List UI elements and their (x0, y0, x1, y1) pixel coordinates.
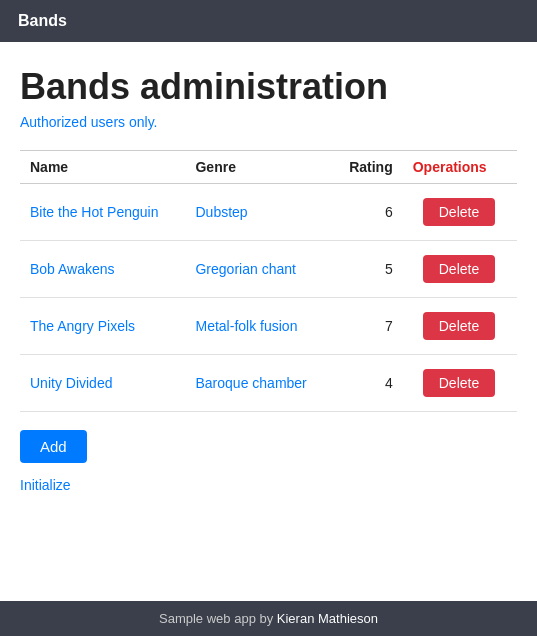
page-subtitle: Authorized users only. (20, 114, 517, 130)
delete-button[interactable]: Delete (423, 312, 495, 340)
band-genre: Dubstep (185, 184, 331, 241)
initialize-link[interactable]: Initialize (20, 477, 71, 493)
site-header: Bands (0, 0, 537, 42)
band-operations: Delete (403, 241, 517, 298)
band-rating: 4 (332, 355, 403, 412)
footer-text: Sample web app by Kieran Mathieson (159, 611, 378, 626)
site-footer: Sample web app by Kieran Mathieson (0, 601, 537, 636)
band-rating: 7 (332, 298, 403, 355)
table-header-row: Name Genre Rating Operations (20, 151, 517, 184)
delete-button[interactable]: Delete (423, 369, 495, 397)
delete-button[interactable]: Delete (423, 198, 495, 226)
col-genre: Genre (185, 151, 331, 184)
band-genre: Baroque chamber (185, 355, 331, 412)
table-row: The Angry PixelsMetal-folk fusion7Delete (20, 298, 517, 355)
band-name: The Angry Pixels (20, 298, 185, 355)
table-row: Unity DividedBaroque chamber4Delete (20, 355, 517, 412)
band-rating: 6 (332, 184, 403, 241)
delete-button[interactable]: Delete (423, 255, 495, 283)
band-genre: Gregorian chant (185, 241, 331, 298)
table-row: Bite the Hot PenguinDubstep6Delete (20, 184, 517, 241)
table-row: Bob AwakensGregorian chant5Delete (20, 241, 517, 298)
page-heading: Bands administration (20, 66, 517, 108)
bands-table: Name Genre Rating Operations Bite the Ho… (20, 150, 517, 412)
band-name: Unity Divided (20, 355, 185, 412)
band-operations: Delete (403, 184, 517, 241)
col-name: Name (20, 151, 185, 184)
footer-author: Kieran Mathieson (277, 611, 378, 626)
band-operations: Delete (403, 355, 517, 412)
col-rating: Rating (332, 151, 403, 184)
band-name: Bob Awakens (20, 241, 185, 298)
band-name: Bite the Hot Penguin (20, 184, 185, 241)
band-genre: Metal-folk fusion (185, 298, 331, 355)
main-content: Bands administration Authorized users on… (0, 42, 537, 601)
band-rating: 5 (332, 241, 403, 298)
site-title: Bands (18, 12, 67, 29)
col-operations: Operations (403, 151, 517, 184)
add-button[interactable]: Add (20, 430, 87, 463)
band-operations: Delete (403, 298, 517, 355)
